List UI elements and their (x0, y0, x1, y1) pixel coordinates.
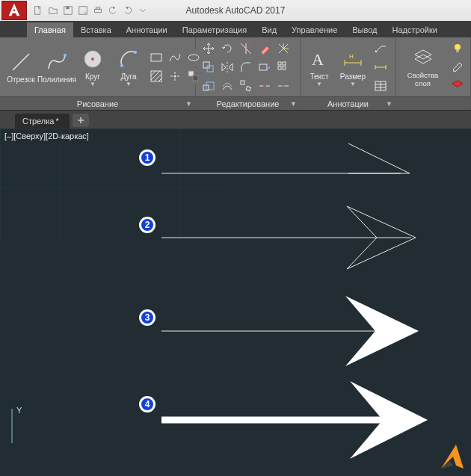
align-icon[interactable] (238, 78, 254, 94)
svg-rect-12 (151, 54, 161, 61)
tool-dimension[interactable]: H Размер ▼ (336, 46, 369, 89)
svg-text:A: A (312, 50, 324, 69)
tab-home[interactable]: Главная (27, 22, 73, 37)
ucs-icon: Y (6, 404, 43, 449)
plus-icon (77, 117, 84, 124)
tool-text[interactable]: A Текст ▼ (305, 46, 333, 89)
arrow-example-2 (161, 200, 431, 275)
panel-title-modify[interactable]: Редактирование▼ (196, 96, 300, 110)
spline-icon[interactable] (167, 49, 183, 66)
tab-annotate[interactable]: Аннотации (119, 22, 175, 37)
app-title: Autodesk AutoCAD 2017 (186, 5, 286, 16)
svg-point-10 (120, 64, 123, 67)
svg-rect-26 (206, 82, 214, 90)
layer-match-icon[interactable] (449, 59, 466, 75)
layer-iso-icon[interactable] (449, 78, 466, 94)
draw-small-tools (148, 49, 202, 84)
join-icon[interactable] (275, 78, 292, 94)
leader-icon[interactable] (372, 40, 389, 57)
table-icon[interactable] (372, 78, 389, 94)
text-icon: A (307, 47, 331, 71)
modify-tools (200, 40, 292, 94)
stretch-icon[interactable] (256, 59, 273, 75)
viewport-label[interactable]: [–][Сверху][2D-каркас] (4, 132, 89, 140)
svg-point-11 (134, 51, 137, 54)
new-tab-button[interactable] (73, 114, 89, 127)
tab-output[interactable]: Вывод (345, 22, 384, 37)
callout-marker-4: 4 (139, 396, 156, 412)
trim-icon[interactable] (238, 40, 254, 57)
save-icon[interactable] (61, 4, 75, 17)
fillet-icon[interactable] (238, 59, 254, 75)
erase-icon[interactable] (256, 40, 273, 57)
dimlinear-icon[interactable] (372, 59, 389, 75)
panel-title-annotation[interactable]: Аннотации▼ (301, 96, 395, 110)
redo-icon[interactable] (121, 4, 135, 17)
tab-addins[interactable]: Надстройки (385, 22, 445, 37)
offset-icon[interactable] (219, 78, 236, 94)
chevron-down-icon: ▼ (350, 81, 356, 87)
svg-rect-5 (96, 7, 99, 10)
callout-marker-2: 2 (139, 217, 156, 233)
svg-rect-2 (66, 7, 69, 10)
arc-icon (117, 47, 141, 71)
new-icon[interactable] (31, 4, 45, 17)
svg-rect-22 (283, 62, 286, 65)
chevron-down-icon: ▼ (386, 97, 392, 111)
panel-layers: Свойства слоя (396, 37, 471, 110)
explode-icon[interactable] (275, 40, 292, 57)
undo-icon[interactable] (106, 4, 120, 17)
qat-dropdown-icon[interactable] (136, 4, 150, 17)
quick-access-toolbar (31, 4, 150, 17)
ribbon-tab-strip: Главная Вставка Аннотации Параметризация… (0, 21, 471, 37)
scale-icon[interactable] (200, 78, 217, 94)
svg-rect-18 (203, 62, 209, 68)
svg-rect-21 (278, 62, 281, 65)
tool-polyline[interactable]: Полилиния (40, 49, 73, 85)
mirror-icon[interactable] (219, 59, 236, 75)
watermark-logo-icon (431, 436, 468, 473)
svg-point-7 (64, 54, 67, 57)
tool-circle[interactable]: Круг ▼ (76, 46, 109, 89)
svg-rect-42 (456, 50, 459, 52)
callout-marker-3: 3 (139, 309, 156, 326)
hatch-icon[interactable] (148, 68, 164, 84)
open-icon[interactable] (46, 4, 60, 17)
copy-icon[interactable] (200, 59, 217, 75)
bulb-icon[interactable] (449, 40, 466, 57)
svg-point-9 (91, 58, 94, 61)
callout-marker-1: 1 (139, 149, 156, 166)
polyline-icon (45, 50, 69, 74)
line-icon (9, 50, 33, 74)
tab-parametric[interactable]: Параметризация (175, 22, 254, 37)
svg-text:H: H (349, 53, 354, 60)
panel-title-layers (396, 96, 470, 110)
svg-text:Y: Y (16, 406, 22, 415)
array-icon[interactable] (275, 59, 292, 75)
point-icon[interactable] (167, 68, 183, 84)
app-logo-button[interactable] (1, 1, 27, 20)
move-icon[interactable] (200, 40, 217, 57)
tab-manage[interactable]: Управление (284, 22, 345, 37)
tool-layer-properties[interactable]: Свойства слоя (399, 45, 446, 89)
tab-insert[interactable]: Вставка (73, 22, 119, 37)
rectangle-icon[interactable] (148, 49, 164, 66)
layer-small-tools (449, 40, 466, 94)
document-tab[interactable]: Стрелка* (15, 114, 70, 129)
tab-view[interactable]: Вид (254, 22, 284, 37)
tool-line[interactable]: Отрезок (4, 49, 37, 85)
panel-modify: Редактирование▼ (196, 37, 301, 110)
panel-draw: Отрезок Полилиния Круг ▼ Дуга ▼ (0, 37, 196, 110)
svg-rect-24 (283, 67, 286, 69)
print-icon[interactable] (91, 4, 105, 17)
layers-icon (411, 46, 435, 70)
tool-arc[interactable]: Дуга ▼ (112, 46, 145, 89)
break-icon[interactable] (256, 78, 273, 94)
rotate-icon[interactable] (219, 40, 236, 57)
drawing-canvas[interactable]: [–][Сверху][2D-каркас] 1 2 3 4 Y (0, 129, 471, 476)
svg-rect-20 (259, 64, 267, 70)
saveas-icon[interactable] (76, 4, 90, 17)
svg-rect-4 (95, 9, 102, 12)
document-tab-bar: Стрелка* (0, 111, 471, 129)
panel-title-draw[interactable]: Рисование▼ (0, 96, 195, 110)
